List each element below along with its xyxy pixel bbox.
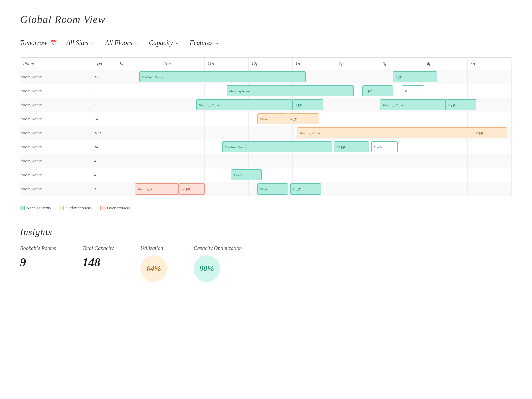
insight-utilization: Utilization 64%: [140, 245, 167, 282]
cap-cell: 24: [94, 112, 117, 126]
event-block[interactable]: Meeting Name: [222, 141, 332, 152]
filter-features[interactable]: Features ⌄: [190, 39, 219, 47]
event-block[interactable]: Meeting Name: [227, 85, 354, 96]
table-row[interactable]: Room Name14Meeting Name12 ꝑp.Meeti...: [20, 140, 512, 154]
event-block[interactable]: Meeting Name: [380, 99, 446, 110]
event-block[interactable]: 12 ꝑp.: [290, 183, 321, 195]
insight-optimization-circle: 90%: [194, 255, 220, 282]
table-row[interactable]: Room Name3Meeting Name3 ꝑp.M...: [20, 84, 512, 98]
cap-cell: 12: [94, 70, 117, 84]
col-header-1p: 1p: [292, 58, 336, 70]
room-name-cell: Room Name: [20, 84, 94, 98]
cap-cell: 3: [94, 84, 117, 98]
insights-row: Bookable Rooms 9 Total Capacity 148 Util…: [20, 245, 512, 282]
legend-under-box: [59, 206, 64, 210]
event-block[interactable]: 2 ꝑp.: [446, 99, 476, 110]
cap-cell: 5: [94, 98, 117, 112]
filter-floors[interactable]: All Floors ⌄: [105, 39, 138, 47]
col-header-9a: 9a: [117, 58, 161, 70]
time-cells: Meeting Name12 ꝑp.: [117, 126, 511, 140]
room-name-cell: Room Name: [20, 154, 94, 168]
table-row[interactable]: Room Name5Meeting Name3 ꝑp.Meeting Name2…: [20, 98, 512, 112]
legend-near: Near capacity: [20, 205, 51, 211]
legend-under: Under capacity: [59, 205, 92, 211]
cap-cell: 4: [94, 154, 117, 168]
legend: Near capacity Under capacity Over capaci…: [20, 205, 512, 211]
insight-utilization-circle: 64%: [140, 255, 167, 282]
event-block[interactable]: 3 ꝑp.: [362, 85, 393, 96]
insight-total-label: Total Capacity: [82, 245, 114, 251]
filter-sites-label: All Sites: [66, 39, 88, 47]
cap-cell: 15: [94, 182, 117, 196]
col-header-10a: 10a: [161, 58, 205, 70]
cap-cell: 100: [94, 126, 117, 140]
table-row[interactable]: Room Name24Meet...4 ꝑp.: [20, 112, 512, 126]
filters-bar: Tomorrow 📅 All Sites ⌄ All Floors ⌄ Capa…: [20, 39, 512, 47]
event-block[interactable]: Meeting Name: [139, 71, 306, 82]
legend-near-label: Near capacity: [27, 205, 51, 211]
room-name-cell: Room Name: [20, 70, 94, 84]
table-row[interactable]: Room Name4Meeti...: [20, 168, 512, 182]
event-block[interactable]: 4 ꝑp.: [288, 113, 319, 124]
room-name-cell: Room Name: [20, 126, 94, 140]
col-header-12p: 12p: [249, 58, 293, 70]
legend-over-box: [100, 206, 105, 210]
time-cells: Meeti...: [117, 168, 511, 182]
insight-total: Total Capacity 148: [82, 245, 114, 269]
insight-bookable-label: Bookable Rooms: [20, 245, 56, 251]
filter-floors-label: All Floors: [105, 39, 132, 47]
room-name-cell: Room Name: [20, 168, 94, 182]
col-header-4p: 4p: [424, 58, 468, 70]
legend-over-label: Over capacity: [107, 205, 131, 211]
legend-near-box: [20, 206, 25, 210]
col-header-room: Room: [20, 58, 94, 70]
insight-utilization-label: Utilization: [140, 245, 163, 251]
chevron-down-icon: ⌄: [134, 40, 138, 46]
event-block[interactable]: Meeti...: [371, 141, 398, 152]
calendar-icon: 📅: [49, 40, 56, 46]
filter-features-label: Features: [190, 39, 213, 47]
filter-date-label: Tomorrow: [20, 39, 47, 47]
event-block[interactable]: 17 ꝑp.: [179, 183, 205, 195]
cap-cell: 14: [94, 140, 117, 154]
col-header-cap: ꝑp: [94, 58, 117, 70]
event-block[interactable]: Meeting Name: [297, 127, 494, 138]
col-header-5p: 5p: [468, 58, 512, 70]
event-block[interactable]: 12 ꝑp.: [334, 141, 369, 152]
filter-capacity-label: Capacity: [149, 39, 173, 47]
page-title: Global Room View: [20, 13, 512, 26]
time-cells: Meeting Name6 ꝑp.: [117, 70, 511, 84]
chevron-down-icon: ⌄: [175, 40, 179, 46]
event-block[interactable]: Meeting N...: [135, 183, 179, 195]
room-name-cell: Room Name: [20, 98, 94, 112]
col-header-2p: 2p: [336, 58, 380, 70]
table-row[interactable]: Room Name100Meeting Name12 ꝑp.: [20, 126, 512, 140]
event-block[interactable]: Meet...: [257, 113, 288, 124]
time-cells: Meeting Name12 ꝑp.Meeti...: [117, 140, 511, 154]
legend-under-label: Under capacity: [66, 205, 92, 211]
table-row[interactable]: Room Name12Meeting Name6 ꝑp.: [20, 70, 512, 84]
filter-capacity[interactable]: Capacity ⌄: [149, 39, 179, 47]
insight-optimization: Capacity Optimization 90%: [194, 245, 242, 282]
event-block[interactable]: 3 ꝑp.: [293, 99, 323, 110]
filter-date[interactable]: Tomorrow 📅: [20, 39, 56, 47]
insight-bookable: Bookable Rooms 9: [20, 245, 56, 269]
time-cells: [117, 154, 511, 168]
event-block[interactable]: 6 ꝑp.: [393, 71, 437, 82]
table-row[interactable]: Room Name4: [20, 154, 512, 168]
legend-over: Over capacity: [100, 205, 131, 211]
schedule-table-wrapper: Room ꝑp 9a 10a 11a 12p 1p 2p 3p 4p 5p Ro…: [20, 57, 512, 196]
table-row[interactable]: Room Name15Meeting N...17 ꝑp.Meet...12 ꝑ…: [20, 182, 512, 196]
col-header-11a: 11a: [205, 58, 249, 70]
event-block[interactable]: Meeti...: [231, 169, 262, 180]
schedule-table: Room ꝑp 9a 10a 11a 12p 1p 2p 3p 4p 5p Ro…: [20, 58, 512, 196]
chevron-down-icon: ⌄: [90, 40, 94, 46]
event-block[interactable]: Meet...: [257, 183, 288, 195]
time-cells: Meeting N...17 ꝑp.Meet...12 ꝑp.: [117, 182, 511, 196]
room-name-cell: Room Name: [20, 140, 94, 154]
event-block[interactable]: M...: [402, 85, 424, 96]
event-block[interactable]: 12 ꝑp.: [472, 127, 507, 138]
event-block[interactable]: Meeting Name: [196, 99, 293, 110]
filter-sites[interactable]: All Sites ⌄: [66, 39, 94, 47]
time-cells: Meet...4 ꝑp.: [117, 112, 511, 126]
